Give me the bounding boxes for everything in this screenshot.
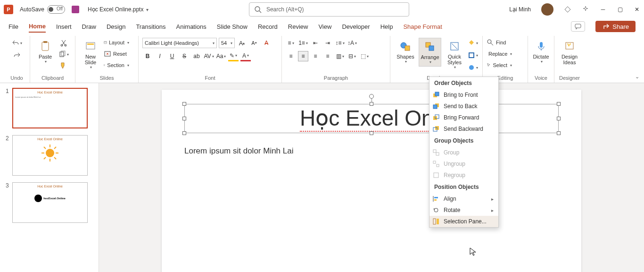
tab-home[interactable]: Home (29, 21, 46, 33)
bold-button[interactable]: B (142, 51, 153, 61)
line-spacing-button[interactable]: ↕≡▾ (335, 38, 345, 48)
tab-insert[interactable]: Insert (56, 21, 72, 32)
font-size-combo[interactable]: 54▾ (219, 38, 235, 48)
shape-outline-button[interactable]: ▾ (468, 50, 478, 60)
username[interactable]: Lại Minh (509, 6, 531, 13)
tab-design[interactable]: Design (107, 21, 125, 32)
tab-record[interactable]: Record (258, 21, 278, 32)
text-direction-button[interactable]: ↕A▾ (347, 38, 357, 48)
sparkle-icon[interactable] (582, 6, 589, 13)
autosave-toggle[interactable]: Off (47, 5, 65, 14)
tab-shape-format[interactable]: Shape Format (403, 21, 442, 32)
align-right-button[interactable]: ≡ (310, 51, 321, 61)
tab-review[interactable]: Review (288, 21, 308, 32)
increase-font-button[interactable]: A▴ (237, 38, 247, 48)
chevron-down-icon[interactable]: ▾ (146, 7, 149, 12)
slide-thumbnail-3[interactable]: Hoc Excel Online hocExcel.Online (12, 182, 88, 223)
section-button[interactable]: Section▾ (104, 60, 129, 70)
arrange-button[interactable]: Arrange▾ (419, 38, 441, 67)
resize-handle[interactable] (370, 102, 373, 106)
change-case-button[interactable]: Aa▾ (216, 51, 226, 61)
resize-handle[interactable] (557, 117, 561, 120)
send-to-back-item[interactable]: Send to Back (429, 101, 498, 112)
resize-handle[interactable] (370, 131, 373, 135)
ribbon-collapse-button[interactable]: ⌄ (635, 74, 639, 80)
rotate-item[interactable]: Rotate▸ (429, 204, 498, 216)
cut-button[interactable] (58, 38, 69, 48)
slide-body-text[interactable]: Lorem ipsum sit dolor Minh Lai (184, 146, 559, 156)
tab-file[interactable]: File (8, 21, 18, 32)
close-button[interactable]: ✕ (634, 6, 640, 13)
minimize-button[interactable]: ─ (600, 6, 606, 13)
align-center-button[interactable]: ≡ (298, 51, 308, 61)
undo-button[interactable]: ▾ (12, 38, 22, 48)
font-name-combo[interactable]: Calibri Light (Headings)▾ (142, 38, 217, 48)
format-painter-button[interactable] (58, 60, 69, 71)
dictate-button[interactable]: Dictate▾ (532, 38, 550, 66)
resize-handle[interactable] (182, 131, 186, 135)
share-button[interactable]: Share (595, 21, 636, 32)
tab-animations[interactable]: Animations (176, 21, 206, 32)
slide-thumbnail-1[interactable]: Hoc Excel Online Lorem ipsum sit dolor M… (12, 88, 88, 128)
bring-to-front-item[interactable]: Bring to Front (429, 89, 498, 101)
slide-title-text[interactable]: Học Excel Onli (300, 105, 443, 132)
bring-forward-item[interactable]: Bring Forward (429, 112, 498, 123)
increase-indent-button[interactable]: ⇥ (322, 38, 333, 48)
quick-styles-button[interactable]: Quick Styles▾ (443, 38, 466, 71)
reset-button[interactable]: Reset (104, 49, 129, 59)
layout-button[interactable]: Layout▾ (104, 38, 129, 47)
design-ideas-button[interactable]: Design Ideas (558, 38, 581, 67)
decrease-indent-button[interactable]: ⇤ (310, 38, 321, 48)
resize-handle[interactable] (182, 117, 186, 120)
clear-formatting-button[interactable]: A̶ (261, 38, 272, 48)
align-left-button[interactable]: ≡ (286, 51, 296, 61)
copy-button[interactable]: ▾ (58, 49, 69, 60)
highlight-button[interactable]: ✎▾ (228, 51, 239, 61)
document-title[interactable]: Học Excel Online.pptx (88, 6, 143, 13)
numbering-button[interactable]: 1≡▾ (298, 38, 308, 48)
shapes-button[interactable]: Shapes▾ (394, 38, 417, 66)
align-item[interactable]: Align▸ (429, 193, 498, 204)
find-button[interactable]: Find (487, 38, 512, 47)
slide[interactable]: Học Excel Onli Lorem ipsum sit dolor Min… (162, 90, 581, 272)
tab-developer[interactable]: Developer (342, 21, 370, 32)
maximize-button[interactable]: ▢ (617, 6, 623, 13)
rotate-handle[interactable] (369, 94, 374, 99)
save-icon[interactable] (72, 6, 79, 13)
selection-pane-item[interactable]: Selection Pane... (429, 216, 498, 227)
justify-button[interactable]: ≡ (322, 51, 333, 61)
send-backward-item[interactable]: Send Backward (429, 123, 498, 135)
title-text-box[interactable]: Học Excel Onli (184, 104, 559, 133)
slide-thumbnail-2[interactable]: Hoc Excel Online (12, 135, 88, 176)
tab-draw[interactable]: Draw (82, 21, 96, 32)
shape-effects-button[interactable]: ▾ (468, 62, 478, 73)
comments-button[interactable] (571, 21, 585, 32)
search-input[interactable]: Search (Alt+Q) (249, 2, 409, 17)
resize-handle[interactable] (557, 102, 561, 106)
smartart-button[interactable]: ⬚▾ (359, 51, 370, 61)
slide-canvas[interactable]: Học Excel Onli Lorem ipsum sit dolor Min… (99, 83, 644, 272)
select-button[interactable]: Select▾ (487, 60, 512, 70)
character-spacing-button[interactable]: AV▾ (204, 51, 214, 61)
underline-button[interactable]: U (167, 51, 177, 61)
shape-fill-button[interactable]: ▾ (468, 38, 478, 48)
align-text-button[interactable]: ⊟▾ (347, 51, 357, 61)
bullets-button[interactable]: ≡▾ (286, 38, 296, 48)
redo-button[interactable] (12, 50, 22, 60)
strikethrough-button[interactable]: S (179, 51, 190, 61)
tab-slideshow[interactable]: Slide Show (217, 21, 248, 32)
tab-transitions[interactable]: Transitions (136, 21, 165, 32)
diamond-icon[interactable] (564, 6, 571, 13)
replace-button[interactable]: Replace▾ (487, 49, 512, 59)
tab-help[interactable]: Help (380, 21, 393, 32)
font-color-button[interactable]: A▾ (240, 51, 251, 61)
new-slide-button[interactable]: New Slide▾ (79, 38, 102, 71)
paste-button[interactable]: Paste▾ (34, 38, 57, 66)
italic-button[interactable]: I (155, 51, 165, 61)
shadow-button[interactable]: ab (191, 51, 202, 61)
resize-handle[interactable] (557, 131, 561, 135)
tab-view[interactable]: View (318, 21, 331, 32)
resize-handle[interactable] (182, 102, 186, 106)
columns-button[interactable]: ▥▾ (335, 51, 345, 61)
avatar[interactable] (541, 3, 553, 16)
